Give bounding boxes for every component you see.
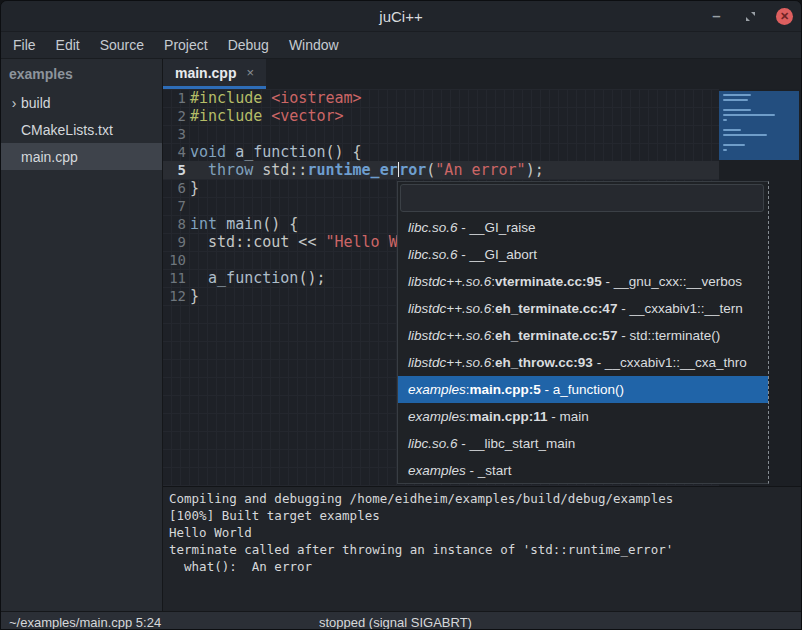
restore-icon <box>745 11 756 22</box>
minimap-code-line <box>723 109 751 111</box>
minimap-code-line <box>723 144 745 146</box>
minimap-code-line <box>723 134 767 136</box>
status-file-location: ~/examples/main.cpp 5:24 <box>9 615 161 630</box>
backtrace-item[interactable]: libc.so.6 - __GI_abort <box>398 241 768 268</box>
sidebar-item-cmakelists-txt[interactable]: CMakeLists.txt <box>1 116 162 143</box>
minimap-code-line <box>723 129 741 131</box>
file-tree: ›buildCMakeLists.txtmain.cpp <box>1 89 162 170</box>
code-line[interactable]: 5 throw std::runtime_error("An error"); <box>163 161 719 179</box>
backtrace-item[interactable]: examples:main.cpp:5 - a_function() <box>398 376 768 403</box>
backtrace-item[interactable]: libstdc++.so.6:eh_throw.cc:93 - __cxxabi… <box>398 349 768 376</box>
line-number: 12 <box>163 287 190 305</box>
line-number: 8 <box>163 215 190 233</box>
code-text: void a_function() { <box>190 143 719 161</box>
sidebar-item-build[interactable]: ›build <box>1 89 162 116</box>
line-number: 9 <box>163 233 190 251</box>
minimize-button[interactable]: – <box>708 8 725 25</box>
line-number: 5 <box>163 161 190 179</box>
code-text: #include <vector> <box>190 107 719 125</box>
editor-pane: main.cpp × 1#include <iostream>2#include… <box>163 59 801 611</box>
menu-source[interactable]: Source <box>90 32 154 58</box>
status-debug-state: stopped (signal SIGABRT) <box>319 612 472 630</box>
statusbar: ~/examples/main.cpp 5:24 stopped (signal… <box>1 611 801 630</box>
backtrace-item[interactable]: libc.so.6 - __GI_raise <box>398 214 768 241</box>
menu-edit[interactable]: Edit <box>46 32 90 58</box>
tab-close-icon[interactable]: × <box>246 65 254 80</box>
line-number: 10 <box>163 251 190 269</box>
tree-item-label: build <box>21 95 51 111</box>
tab-main-cpp[interactable]: main.cpp × <box>163 59 266 89</box>
line-number: 2 <box>163 107 190 125</box>
backtrace-item[interactable]: libstdc++.so.6:eh_terminate.cc:47 - __cx… <box>398 295 768 322</box>
editor-wrap: 1#include <iostream>2#include <vector>34… <box>163 89 801 486</box>
minimap-code-line <box>723 114 775 116</box>
menu-project[interactable]: Project <box>154 32 218 58</box>
minimap-viewport[interactable] <box>719 91 799 160</box>
terminal-line: [100%] Built target examples <box>169 507 801 524</box>
backtrace-popup: libc.so.6 - __GI_raiselibc.so.6 - __GI_a… <box>397 181 769 484</box>
menu-window[interactable]: Window <box>279 32 349 58</box>
menu-file[interactable]: File <box>3 32 46 58</box>
titlebar: juCi++ – ✕ <box>1 1 801 32</box>
backtrace-item[interactable]: libstdc++.so.6:vterminate.cc:95 - __gnu_… <box>398 268 768 295</box>
terminal-line: Hello World <box>169 524 801 541</box>
backtrace-list: libc.so.6 - __GI_raiselibc.so.6 - __GI_a… <box>398 214 768 484</box>
code-text: throw std::runtime_error("An error"); <box>190 161 719 179</box>
terminal-line: what(): An error <box>169 558 801 575</box>
menubar: FileEditSourceProjectDebugWindow <box>1 32 801 59</box>
tab-bar: main.cpp × <box>163 59 801 89</box>
minimap-code-line <box>723 149 727 151</box>
terminal-line: terminate called after throwing an insta… <box>169 541 801 558</box>
restore-button[interactable] <box>742 8 759 25</box>
backtrace-item[interactable]: libc.so.6 - __libc_start_main <box>398 430 768 457</box>
app-window: juCi++ – ✕ FileEditSourceProjectDebugWin… <box>0 0 802 630</box>
terminal-line: Compiling and debugging /home/eidheim/ex… <box>169 490 801 507</box>
code-text: #include <iostream> <box>190 89 719 107</box>
line-number: 11 <box>163 269 190 287</box>
file-tree-sidebar: examples ›buildCMakeLists.txtmain.cpp <box>1 59 163 611</box>
line-number: 7 <box>163 197 190 215</box>
window-title: juCi++ <box>1 8 801 25</box>
line-number: 4 <box>163 143 190 161</box>
line-number: 3 <box>163 125 190 143</box>
window-controls: – ✕ <box>708 1 793 31</box>
backtrace-filter-input[interactable] <box>400 184 764 212</box>
tree-item-label: main.cpp <box>21 149 78 165</box>
backtrace-item[interactable]: libstdc++.so.6:eh_terminate.cc:57 - std:… <box>398 322 768 349</box>
main-content: examples ›buildCMakeLists.txtmain.cpp ma… <box>1 59 801 611</box>
code-text <box>190 125 719 143</box>
code-line[interactable]: 4void a_function() { <box>163 143 719 161</box>
terminal-output[interactable]: Compiling and debugging /home/eidheim/ex… <box>163 486 801 611</box>
tree-item-label: CMakeLists.txt <box>21 122 113 138</box>
minimap-code-line <box>723 99 748 101</box>
backtrace-item[interactable]: examples - _start <box>398 457 768 484</box>
menu-debug[interactable]: Debug <box>218 32 279 58</box>
sidebar-item-main-cpp[interactable]: main.cpp <box>1 143 162 170</box>
backtrace-item[interactable]: examples:main.cpp:11 - main <box>398 403 768 430</box>
minimap-code-line <box>723 119 727 121</box>
code-line[interactable]: 3 <box>163 125 719 143</box>
project-name-header: examples <box>1 59 162 89</box>
code-line[interactable]: 1#include <iostream> <box>163 89 719 107</box>
chevron-right-icon[interactable]: › <box>7 95 21 111</box>
code-line[interactable]: 2#include <vector> <box>163 107 719 125</box>
close-button[interactable]: ✕ <box>776 8 793 25</box>
line-number: 1 <box>163 89 190 107</box>
tab-label: main.cpp <box>175 65 236 81</box>
line-number: 6 <box>163 179 190 197</box>
minimap-code-line <box>723 94 751 96</box>
